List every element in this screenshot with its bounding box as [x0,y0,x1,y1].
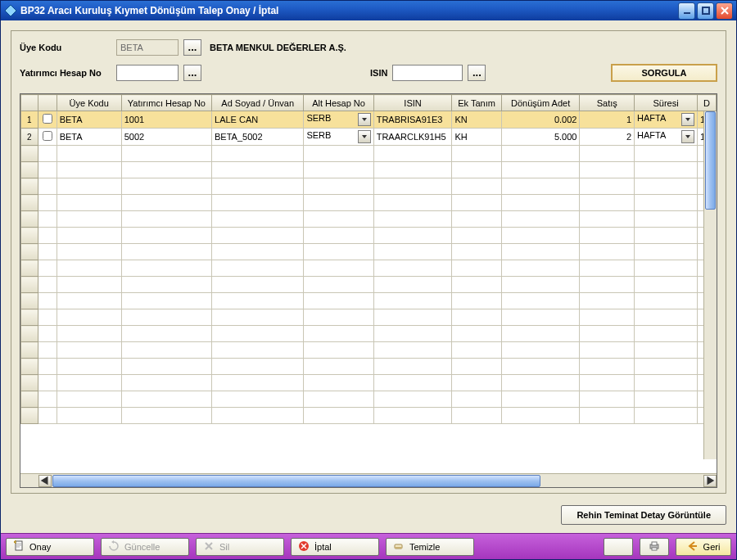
empty-cell [57,162,121,178]
empty-cell [38,146,57,162]
cell-sure[interactable]: HAFTA [635,129,698,146]
empty-cell [304,260,373,277]
svg-rect-15 [652,542,657,545]
col-satis[interactable]: Satış [580,95,635,111]
table-row[interactable]: 1BETA1001LALE CANSERBTRABRISA91E3KN0.002… [21,111,717,129]
col-hesap[interactable]: Yatırımcı Hesap No [121,95,211,111]
guncelle-button[interactable]: Güncelle [101,538,189,556]
vertical-scrollbar[interactable] [703,111,717,459]
row-checkbox[interactable] [43,114,52,124]
cell-uye[interactable]: BETA [57,111,121,129]
cell-ad[interactable]: LALE CAN [212,111,304,129]
col-isin[interactable]: ISIN [373,95,452,111]
empty-cell [57,309,121,326]
col-alt[interactable]: Alt Hesap No [304,95,373,111]
svg-rect-13 [395,547,402,549]
empty-cell [121,244,211,260]
eraser-icon [393,540,405,553]
hscroll-left-button[interactable] [38,475,52,487]
empty-cell [635,359,698,375]
sil-button[interactable]: Sil [196,538,284,556]
col-uye[interactable]: Üye Kodu [57,95,121,111]
titlebar: BP32 Aracı Kuruluş Kıymet Dönüşüm Talep … [1,1,736,20]
svg-rect-9 [16,541,22,550]
cell-isin[interactable]: TRABRISA91E3 [373,111,452,129]
cell-satis[interactable]: 2 [580,129,635,146]
cell-ad[interactable]: BETA_5002 [212,129,304,146]
horizontal-scrollbar[interactable] [20,473,717,487]
empty-cell [452,309,501,326]
empty-cell [580,244,635,260]
yatirimci-lookup-button[interactable]: ... [183,65,201,81]
yatirimci-field[interactable] [116,65,179,81]
empty-cell [304,211,373,228]
dropdown-button[interactable] [681,130,694,143]
empty-cell [212,162,304,178]
col-ek[interactable]: Ek Tanım [452,95,501,111]
empty-cell [212,195,304,211]
sorgula-button[interactable]: SORGULA [611,64,717,82]
hscroll-track[interactable] [52,475,703,487]
col-adet[interactable]: Dönüşüm Adet [501,95,580,111]
temizle-button[interactable]: Temizle [386,538,474,556]
cell-alt[interactable]: SERB [304,129,373,146]
empty-cell [452,277,501,293]
table-row-empty [21,195,717,211]
empty-cell [304,244,373,260]
print-button[interactable] [640,538,669,556]
cell-ek[interactable]: KN [452,111,501,129]
bottom-toolbar: Onay Güncelle Sil İptal Temizle [1,533,736,559]
row-number [21,178,38,195]
table-row[interactable]: 2BETA5002BETA_5002SERBTRAARCLK91H5KH5.00… [21,129,717,146]
empty-cell [121,375,211,391]
cell-alt[interactable]: SERB [304,111,373,129]
col-ad[interactable]: Ad Soyad / Ünvan [212,95,304,111]
rehin-teminat-button[interactable]: Rehin Teminat Detay Görüntüle [561,505,726,525]
cancel-icon [298,540,310,553]
empty-cell [57,342,121,359]
iptal-button[interactable]: İptal [291,538,379,556]
blank-button[interactable] [604,538,633,556]
close-button[interactable] [716,2,733,20]
cell-hesap[interactable]: 5002 [121,129,211,146]
delete-icon [203,540,215,553]
hscroll-right-button[interactable] [703,475,717,487]
dropdown-button[interactable] [358,113,371,126]
isin-field[interactable] [392,65,463,81]
onay-button[interactable]: Onay [6,538,94,556]
row-number [21,244,38,260]
refresh-icon [108,540,120,553]
empty-cell [580,228,635,244]
row-checkbox[interactable] [43,131,52,141]
empty-cell [580,326,635,342]
uye-kodu-lookup-button[interactable]: ... [183,39,201,56]
dropdown-button[interactable] [358,130,371,143]
empty-cell [57,408,121,424]
geri-button[interactable]: Geri [676,538,731,556]
isin-lookup-button[interactable]: ... [468,65,486,81]
row-number [21,309,38,326]
empty-cell [501,162,580,178]
empty-cell [501,146,580,162]
cell-hesap[interactable]: 1001 [121,111,211,129]
col-sure[interactable]: Süresi [635,95,698,111]
col-check[interactable] [38,95,57,111]
cell-isin[interactable]: TRAARCLK91H5 [373,129,452,146]
vertical-scrollbar-thumb[interactable] [705,111,716,210]
cell-adet[interactable]: 0.002 [501,111,580,129]
cell-sure[interactable]: HAFTA [635,111,698,129]
empty-cell [373,178,452,195]
dropdown-button[interactable] [681,113,694,126]
col-rownum[interactable] [21,95,38,111]
maximize-button[interactable] [697,2,714,20]
uye-kodu-field[interactable] [116,39,179,56]
empty-cell [304,146,373,162]
cell-satis[interactable]: 1 [580,111,635,129]
hscroll-thumb[interactable] [52,475,540,487]
col-d[interactable]: D [698,95,717,111]
cell-uye[interactable]: BETA [57,129,121,146]
cell-ek[interactable]: KH [452,129,501,146]
minimize-button[interactable] [678,2,695,20]
cell-adet[interactable]: 5.000 [501,129,580,146]
empty-cell [304,391,373,408]
